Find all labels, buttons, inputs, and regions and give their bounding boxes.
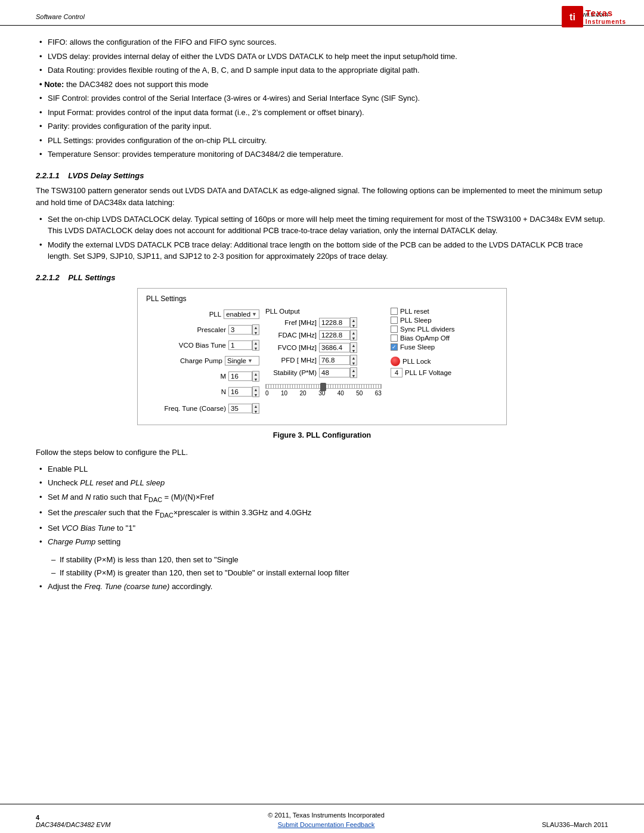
m-input[interactable]: 16	[228, 371, 252, 381]
prescaler-spinner[interactable]: ▲▼	[252, 324, 259, 335]
n-label: N	[146, 388, 228, 395]
ti-logo: ti Texas Instruments	[562, 6, 626, 27]
stability-value: 48	[319, 368, 350, 377]
fuse-sleep-label: Fuse Sleep	[400, 343, 435, 351]
section-221-heading: 2.2.1.1 LVDS Delay Settings	[36, 171, 608, 180]
pll-slider-track[interactable]	[265, 384, 382, 389]
list-item: Charge Pump setting	[36, 536, 608, 548]
fuse-sleep-checkbox[interactable]: ✓	[391, 343, 398, 351]
vco-input[interactable]: 1	[228, 340, 252, 350]
fvco-spinner[interactable]: ▲▼	[350, 342, 357, 353]
page-header: Software Control www.ti.com	[0, 0, 644, 26]
pll-slider-thumb[interactable]	[320, 383, 326, 391]
n-input[interactable]: 16	[228, 387, 252, 397]
list-item: Modify the external LVDS DATACLK PCB tra…	[36, 239, 608, 262]
pll-lock-label: PLL Lock	[402, 358, 431, 365]
pll-steps-list: Enable PLL Uncheck PLL reset and PLL sle…	[36, 463, 608, 548]
logo-instruments: Instruments	[586, 18, 626, 25]
list-item: Uncheck PLL reset and PLL sleep	[36, 477, 608, 489]
list-item: Temperature Sensor: provides temperature…	[36, 148, 608, 160]
charge-pump-select[interactable]: Single ▼	[225, 356, 259, 366]
logo-texas: Texas	[586, 8, 626, 18]
pll-output-label: PLL Output	[265, 308, 385, 315]
fdac-spinner[interactable]: ▲▼	[350, 330, 357, 340]
pll-right-col: PLL reset PLL Sleep Sync PLL dividers Bi…	[391, 308, 498, 377]
m-spinner[interactable]: ▲▼	[252, 371, 259, 382]
pfd-label: PFD [ MHz]	[265, 357, 319, 364]
stability-spinner[interactable]: ▲▼	[350, 367, 357, 378]
fref-label: Fref [MHz]	[265, 319, 319, 326]
prescaler-label: Prescaler	[146, 326, 228, 333]
fdac-value: 1228.8	[319, 330, 350, 340]
fvco-value: 3686.4	[319, 343, 350, 352]
list-item: • Note: the DAC3482 does not support thi…	[36, 79, 608, 91]
section-222-number: 2.2.1.2	[36, 273, 60, 282]
list-item: Set the on-chip LVDS DATACLOCK delay. Ty…	[36, 213, 608, 237]
vco-spinner[interactable]: ▲▼	[252, 340, 259, 351]
list-item: LVDS delay: provides internal delay of e…	[36, 51, 608, 63]
sub-bullet-item: If stability (P×M) is less than 120, the…	[36, 554, 608, 566]
section-221-title: LVDS Delay Settings	[68, 171, 144, 180]
svg-text:ti: ti	[569, 11, 575, 22]
freq-tune-input[interactable]: 35	[228, 404, 252, 413]
pfd-value: 76.8	[319, 355, 350, 365]
bias-opamp-label: Bias OpAmp Off	[400, 335, 450, 342]
list-item: Adjust the Freq. Tune (coarse tune) acco…	[36, 581, 608, 593]
pll-select[interactable]: enabled ▼	[224, 309, 259, 319]
doc-name: DAC3484/DAC3482 EVM	[36, 821, 110, 828]
sync-pll-label: Sync PLL dividers	[400, 326, 455, 333]
m-label: M	[146, 373, 228, 380]
pll-diagram: PLL Settings PLL enabled ▼ Prescaler	[137, 288, 507, 425]
charge-pump-label: Charge Pump	[146, 357, 225, 364]
feature-list: FIFO: allows the configuration of the FI…	[36, 36, 608, 160]
note-label: Note:	[44, 80, 64, 89]
fvco-label: FVCO [MHz]	[265, 344, 319, 351]
note-text: the DAC3482 does not support this mode	[66, 80, 208, 89]
fref-value: 1228.8	[319, 318, 350, 327]
list-item: Set M and N ratio such that FDAC = (M)/(…	[36, 491, 608, 504]
pll-sleep-checkbox[interactable]	[391, 317, 398, 324]
pll-mid-col: PLL Output Fref [MHz] 1228.8 ▲▼ FDAC [MH…	[265, 308, 385, 397]
section-222-title: PLL Settings	[68, 273, 115, 282]
bias-opamp-checkbox[interactable]	[391, 335, 398, 342]
pll-lock-indicator	[391, 357, 400, 366]
pll-slider-container: 0102030405063	[265, 384, 385, 397]
section-label: Software Control	[36, 11, 85, 20]
list-item: Data Routing: provides flexible routing …	[36, 64, 608, 76]
list-item: Input Format: provides control of the in…	[36, 107, 608, 119]
freq-tune-spinner[interactable]: ▲▼	[252, 403, 259, 414]
pll-sleep-label: PLL Sleep	[400, 317, 432, 324]
list-item: Set VCO Bias Tune to "1"	[36, 522, 608, 534]
sub-bullet-item: If stability (P×M) is greater than 120, …	[36, 567, 608, 579]
list-item: Parity: provides configuration of the pa…	[36, 120, 608, 132]
section-222-heading: 2.2.1.2 PLL Settings	[36, 273, 608, 282]
page-number: 4	[36, 814, 110, 821]
freq-tune-label: Freq. Tune (Coarse)	[146, 405, 228, 412]
page-footer: 4 DAC3484/DAC3482 EVM © 2011, Texas Inst…	[0, 804, 644, 833]
pll-reset-label: PLL reset	[400, 308, 429, 315]
pll-last-step: Adjust the Freq. Tune (coarse tune) acco…	[36, 581, 608, 593]
vco-label: VCO Bias Tune	[146, 342, 228, 349]
doc-id: SLAU336–March 2011	[542, 821, 608, 828]
copyright: © 2011, Texas Instruments Incorporated	[268, 812, 385, 819]
list-item: SIF Control: provides control of the Ser…	[36, 92, 608, 104]
pll-left-col: PLL enabled ▼ Prescaler 3 ▲▼	[146, 308, 259, 417]
section-221-number: 2.2.1.1	[36, 171, 60, 180]
lvds-body-text: The TSW3100 pattern generator sends out …	[36, 185, 608, 209]
pfd-spinner[interactable]: ▲▼	[350, 355, 357, 366]
stability-label: Stability (P*M)	[265, 369, 319, 376]
prescaler-input[interactable]: 3	[228, 325, 252, 335]
list-item: Set the prescaler such that the FDAC×pre…	[36, 507, 608, 520]
list-item: PLL Settings: provides configuration of …	[36, 135, 608, 147]
pll-lf-value: 4	[391, 368, 402, 377]
feedback-link[interactable]: Submit Documentation Feedback	[278, 821, 375, 828]
main-content: FIFO: allows the configuration of the FI…	[0, 30, 644, 592]
fref-spinner[interactable]: ▲▼	[350, 317, 357, 328]
sync-pll-checkbox[interactable]	[391, 326, 398, 333]
n-spinner[interactable]: ▲▼	[252, 386, 259, 397]
pll-reset-checkbox[interactable]	[391, 308, 398, 315]
list-item: FIFO: allows the configuration of the FI…	[36, 36, 608, 48]
pll-lf-label: PLL LF Voltage	[405, 369, 451, 376]
pll-follow-text: Follow the steps below to configure the …	[36, 447, 608, 459]
lvds-bullet-list: Set the on-chip LVDS DATACLOCK delay. Ty…	[36, 213, 608, 262]
